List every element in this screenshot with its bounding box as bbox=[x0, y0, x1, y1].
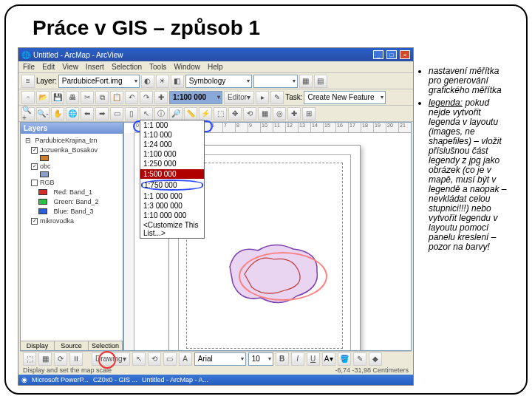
scale-option-custom[interactable]: <Customize This List...> bbox=[140, 220, 204, 238]
full-extent-button[interactable]: 🌐 bbox=[66, 107, 79, 120]
scale-option[interactable]: 1:3 000 000 bbox=[140, 201, 204, 211]
font-color-button[interactable]: A▾ bbox=[322, 352, 335, 366]
measure-button[interactable]: 📏 bbox=[184, 107, 197, 120]
prev-extent-button[interactable]: ⬅ bbox=[81, 107, 94, 120]
menu-tools[interactable]: Tools bbox=[149, 63, 166, 71]
map-data-frame[interactable] bbox=[186, 163, 343, 349]
scale-option[interactable]: 1:500 000 bbox=[140, 169, 204, 179]
start-button[interactable]: ◉ bbox=[21, 376, 27, 383]
line-color-button[interactable]: ✎ bbox=[353, 352, 366, 366]
paste-button[interactable]: 📋 bbox=[110, 91, 123, 104]
new-button[interactable]: ▫ bbox=[21, 91, 35, 104]
next-extent-button[interactable]: ➡ bbox=[95, 107, 109, 120]
taskbar-item[interactable]: CZ0x0 - GIS ... bbox=[93, 376, 137, 383]
fill-color-button[interactable]: 🪣 bbox=[338, 352, 351, 366]
open-button[interactable]: 📂 bbox=[36, 91, 50, 104]
layer-checkbox[interactable] bbox=[31, 180, 38, 186]
zoom-out-button[interactable]: 🔍- bbox=[36, 107, 50, 120]
menu-help[interactable]: Help bbox=[208, 63, 223, 71]
scale-option[interactable]: 1:10 000 bbox=[140, 130, 204, 140]
menu-view[interactable]: View bbox=[62, 63, 78, 71]
copy-button[interactable]: ⧉ bbox=[95, 91, 109, 104]
new-text-tool[interactable]: A bbox=[179, 352, 192, 366]
data-view-button[interactable]: ⬚ bbox=[23, 352, 36, 366]
effects-button[interactable]: ≡ bbox=[21, 75, 35, 88]
georef-6[interactable]: ✚ bbox=[287, 107, 301, 120]
drawing-menu-button[interactable]: Drawing ▾ bbox=[92, 352, 130, 366]
edit-tool-button[interactable]: ▸ bbox=[256, 91, 269, 104]
window-close-button[interactable]: × bbox=[400, 50, 410, 59]
menu-edit[interactable]: Edit bbox=[42, 63, 55, 71]
select-features-button[interactable]: ▭ bbox=[110, 107, 123, 120]
contrast-button[interactable]: ◐ bbox=[141, 75, 154, 88]
scale-option[interactable]: 1:24 000 bbox=[140, 140, 204, 149]
layer-combo[interactable]: PardubiceFort.img bbox=[58, 75, 140, 88]
taskbar-item[interactable]: Untitled - ArcMap - A... bbox=[142, 376, 208, 383]
task-combo[interactable]: Create New Feature bbox=[304, 91, 385, 104]
tool-b[interactable]: ▤ bbox=[314, 75, 327, 88]
save-button[interactable]: 💾 bbox=[51, 91, 64, 104]
layer-item[interactable]: ✓ Jozuenka_Bosakov bbox=[31, 146, 121, 154]
font-size-combo[interactable]: 10 bbox=[248, 352, 273, 366]
georef-1[interactable]: ⬚ bbox=[214, 107, 227, 120]
scale-option[interactable]: 1:10 000 000 bbox=[140, 211, 204, 220]
identify-button[interactable]: ⓘ bbox=[154, 107, 168, 120]
print-button[interactable]: 🖶 bbox=[66, 91, 79, 104]
menu-selection[interactable]: Selection bbox=[112, 63, 142, 71]
hyperlink-button[interactable]: ⚡ bbox=[199, 107, 212, 120]
georef-5[interactable]: ◎ bbox=[273, 107, 286, 120]
georef-4[interactable]: ▦ bbox=[258, 107, 271, 120]
italic-button[interactable]: I bbox=[291, 352, 304, 366]
georef-2[interactable]: ✥ bbox=[228, 107, 242, 120]
toc-tab-display[interactable]: Display bbox=[21, 341, 55, 350]
editor-button[interactable]: Editor ▾ bbox=[224, 91, 254, 104]
layer-item[interactable]: ✓ mikrovodka bbox=[31, 216, 121, 225]
add-data-button[interactable]: ✚ bbox=[154, 91, 168, 104]
data-frame[interactable]: ⊟ PardubiceKrajina_trn bbox=[25, 136, 121, 145]
scale-option[interactable]: 1:1 000 000 bbox=[140, 191, 204, 201]
menu-window[interactable]: Window bbox=[174, 63, 200, 71]
toc-tab-source[interactable]: Source bbox=[55, 341, 89, 350]
scale-option[interactable]: 1:100 000 bbox=[140, 149, 204, 159]
layer-field-combo[interactable] bbox=[253, 75, 298, 88]
pause-draw-button[interactable]: ⏸ bbox=[69, 352, 83, 366]
tool-a[interactable]: ▦ bbox=[299, 75, 313, 88]
cut-button[interactable]: ✂ bbox=[81, 91, 94, 104]
zoom-in-button[interactable]: 🔍+ bbox=[21, 107, 35, 120]
taskbar-item[interactable]: Microsoft PowerP... bbox=[32, 376, 89, 383]
menu-insert[interactable]: Insert bbox=[86, 63, 104, 71]
font-combo[interactable]: Arial bbox=[194, 352, 246, 366]
find-button[interactable]: 🔎 bbox=[169, 107, 183, 120]
transparency-button[interactable]: ◧ bbox=[171, 75, 184, 88]
select-elements-button[interactable]: ↖ bbox=[140, 107, 153, 120]
symbology-combo[interactable]: Symbology bbox=[185, 75, 252, 88]
scale-dropdown-list[interactable]: 1:1 000 1:10 000 1:24 000 1:100 000 1:25… bbox=[140, 120, 205, 239]
layout-view-button[interactable]: ▦ bbox=[38, 352, 52, 366]
layer-checkbox[interactable]: ✓ bbox=[31, 163, 38, 170]
clear-selection-button[interactable]: ▯ bbox=[125, 107, 138, 120]
scale-option-highlighted[interactable]: 1:750 000 bbox=[141, 180, 203, 191]
layer-checkbox[interactable]: ✓ bbox=[31, 218, 38, 225]
brightness-button[interactable]: ☀ bbox=[156, 75, 169, 88]
scale-option[interactable]: 1:1 000 bbox=[140, 120, 204, 130]
georef-3[interactable]: ⟲ bbox=[243, 107, 256, 120]
redo-button[interactable]: ↷ bbox=[140, 91, 153, 104]
undo-button[interactable]: ↶ bbox=[125, 91, 138, 104]
rotate-tool[interactable]: ⟲ bbox=[148, 352, 161, 366]
underline-button[interactable]: U bbox=[307, 352, 320, 366]
marker-color-button[interactable]: ◆ bbox=[369, 352, 382, 366]
toc-tab-selection[interactable]: Selection bbox=[89, 341, 123, 350]
map-scale-combo[interactable]: 1:100 000 bbox=[169, 91, 222, 104]
pan-button[interactable]: ✋ bbox=[51, 107, 64, 120]
layer-item[interactable]: ✓ obc bbox=[31, 162, 121, 171]
window-maximize-button[interactable]: □ bbox=[386, 50, 397, 59]
refresh-button[interactable]: ⟳ bbox=[54, 352, 67, 366]
sketch-tool-button[interactable]: ✎ bbox=[270, 91, 284, 104]
menu-file[interactable]: File bbox=[23, 63, 35, 71]
bold-button[interactable]: B bbox=[276, 352, 289, 366]
window-minimize-button[interactable]: _ bbox=[373, 50, 383, 59]
layer-item[interactable]: RGB bbox=[31, 178, 121, 187]
scale-option[interactable]: 1:250 000 bbox=[140, 159, 204, 168]
new-rect-tool[interactable]: ▭ bbox=[163, 352, 177, 366]
layer-checkbox[interactable]: ✓ bbox=[31, 147, 38, 154]
